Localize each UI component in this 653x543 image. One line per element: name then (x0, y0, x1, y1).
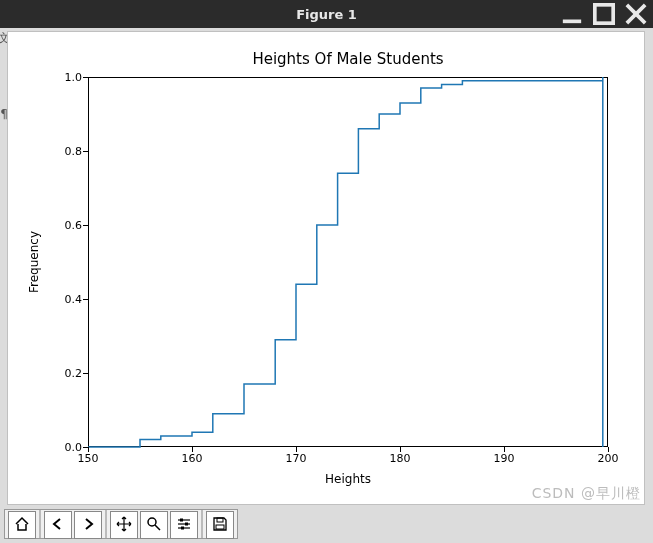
arrow-right-icon (80, 516, 96, 535)
window-titlebar: Figure 1 (0, 0, 653, 28)
step-line (88, 77, 603, 447)
chart-title: Heights Of Male Students (88, 50, 608, 68)
x-tick: 170 (286, 452, 307, 465)
svg-rect-9 (180, 518, 183, 521)
y-tick: 0.4 (42, 293, 82, 306)
y-tick: 0.6 (42, 219, 82, 232)
minimize-button[interactable] (561, 4, 583, 24)
y-tick: 0.8 (42, 145, 82, 158)
save-button[interactable] (206, 511, 234, 539)
close-button[interactable] (625, 4, 647, 24)
svg-rect-11 (181, 526, 184, 529)
back-button[interactable] (44, 511, 72, 539)
maximize-button[interactable] (593, 4, 615, 24)
home-button[interactable] (8, 511, 36, 539)
window-controls (561, 4, 647, 24)
y-tick: 0.2 (42, 367, 82, 380)
pan-button[interactable] (110, 511, 138, 539)
svg-line-5 (155, 525, 160, 530)
x-tick: 180 (390, 452, 411, 465)
y-tick: 0.0 (42, 441, 82, 454)
x-tick: 160 (182, 452, 203, 465)
save-icon (212, 516, 228, 535)
configure-button[interactable] (170, 511, 198, 539)
svg-rect-10 (185, 522, 188, 525)
magnifier-icon (146, 516, 162, 535)
x-tick: 190 (494, 452, 515, 465)
window-title: Figure 1 (296, 7, 357, 22)
x-tick: 150 (78, 452, 99, 465)
svg-rect-0 (563, 20, 581, 24)
svg-point-4 (148, 518, 156, 526)
sliders-icon (176, 516, 192, 535)
forward-button[interactable] (74, 511, 102, 539)
svg-rect-1 (595, 5, 613, 23)
home-icon (14, 516, 30, 535)
arrow-left-icon (50, 516, 66, 535)
figure-canvas: Heights Of Male Students Frequency Heigh… (7, 31, 645, 505)
zoom-button[interactable] (140, 511, 168, 539)
y-axis-label: Frequency (26, 77, 42, 447)
svg-rect-13 (216, 525, 224, 529)
matplotlib-toolbar (4, 509, 238, 539)
y-tick: 1.0 (42, 71, 82, 84)
x-axis-label: Heights (88, 472, 608, 486)
move-icon (116, 516, 132, 535)
step-plot-svg (88, 77, 608, 447)
x-tick: 200 (598, 452, 619, 465)
